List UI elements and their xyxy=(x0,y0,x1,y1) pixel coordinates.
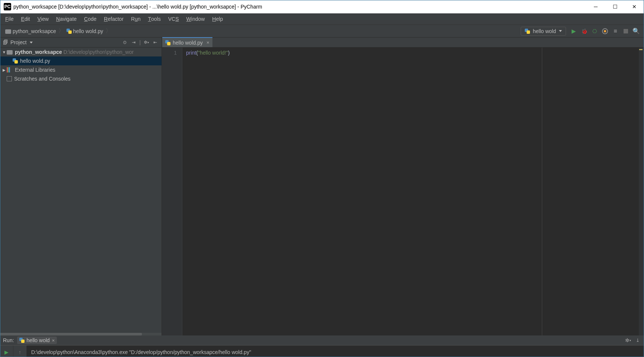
run-settings-button[interactable]: ✲▾ xyxy=(625,337,631,344)
folder-icon xyxy=(5,29,11,34)
sidebar-scrollbar[interactable] xyxy=(0,333,162,335)
chevron-down-icon xyxy=(559,30,562,32)
minimize-button[interactable]: ─ xyxy=(586,0,605,13)
menu-refactor[interactable]: Refactor xyxy=(100,13,127,25)
select-opened-file-button[interactable]: ⇥ xyxy=(130,39,137,46)
up-stack-button[interactable]: ↑ xyxy=(15,347,25,357)
maximize-button[interactable]: ☐ xyxy=(605,0,625,13)
window-title: python_worksapce [D:\develop\python\pyth… xyxy=(13,4,586,10)
breadcrumb-file[interactable]: hello wold.py xyxy=(65,27,105,35)
menu-vcs[interactable]: VCS xyxy=(165,13,183,25)
menu-window[interactable]: Window xyxy=(183,13,209,25)
menu-run[interactable]: Run xyxy=(127,13,144,25)
editor-tab[interactable]: hello wold.py × xyxy=(162,37,212,47)
editor-marker-bar[interactable] xyxy=(639,48,644,335)
hide-button[interactable]: ⇤ xyxy=(152,39,159,46)
breadcrumb-separator-icon: 〉 xyxy=(105,27,111,35)
tree-node-external-libraries[interactable]: ▶ External Libraries xyxy=(0,65,162,74)
menu-edit[interactable]: Edit xyxy=(17,13,34,25)
attach-process-button[interactable] xyxy=(600,26,610,36)
run-config-selector[interactable]: hello wold xyxy=(521,27,566,36)
python-file-icon xyxy=(19,338,25,343)
python-file-icon xyxy=(13,58,18,64)
code-editor[interactable]: 1 print("hello world!") xyxy=(162,48,644,335)
collapse-all-button[interactable]: ⊙ xyxy=(121,39,128,46)
gutter[interactable]: 1 xyxy=(162,48,182,335)
project-tool-title[interactable]: 🗐 Project xyxy=(3,39,33,45)
line-number: 1 xyxy=(162,49,177,56)
pycharm-icon: PC xyxy=(4,3,11,10)
python-file-icon xyxy=(525,29,530,34)
folder-icon xyxy=(7,50,13,55)
search-everywhere-button[interactable]: 🔍 xyxy=(631,26,641,36)
menu-view[interactable]: View xyxy=(34,13,52,25)
run-config-tab[interactable]: hello wold × xyxy=(17,337,57,344)
hide-run-button[interactable]: ⥕ xyxy=(634,337,641,344)
rerun-button[interactable]: ▶ xyxy=(1,347,12,357)
warning-marker-icon[interactable] xyxy=(639,49,643,50)
scratches-icon xyxy=(7,76,12,81)
menu-file[interactable]: File xyxy=(1,13,17,25)
libraries-icon xyxy=(7,67,13,72)
run-coverage-button[interactable]: ⎔ xyxy=(590,26,599,36)
run-tool-label: Run: xyxy=(3,337,14,343)
structure-button[interactable]: ≡ xyxy=(611,26,620,36)
tree-node-project-root[interactable]: ▼ python_worksapce D:\develop\python\pyt… xyxy=(0,48,162,56)
chevron-down-icon xyxy=(30,42,33,43)
python-file-icon xyxy=(66,29,72,34)
menu-tools[interactable]: Tools xyxy=(144,13,165,25)
close-button[interactable]: ✕ xyxy=(625,0,644,13)
stop-button[interactable] xyxy=(621,26,631,36)
menu-navigate[interactable]: Navigate xyxy=(52,13,80,25)
close-run-tab-button[interactable]: × xyxy=(52,338,55,343)
project-icon: 🗐 xyxy=(3,39,8,45)
close-tab-button[interactable]: × xyxy=(206,40,209,45)
breadcrumb-root[interactable]: python_worksapce xyxy=(4,27,58,35)
run-output[interactable]: D:\develop\python\Anaconda3\python.exe "… xyxy=(27,345,644,357)
python-file-icon xyxy=(165,40,170,45)
debug-button[interactable]: 🐞 xyxy=(579,26,589,36)
tree-node-scratches[interactable]: Scratches and Consoles xyxy=(0,74,162,83)
run-button[interactable]: ▶ xyxy=(569,26,579,36)
breadcrumb-separator-icon: 〉 xyxy=(58,27,64,35)
tree-node-file[interactable]: hello wold.py xyxy=(0,56,162,65)
menu-help[interactable]: Help xyxy=(208,13,227,25)
settings-button[interactable]: ✲▾ xyxy=(143,39,150,46)
menu-code[interactable]: Code xyxy=(80,13,100,25)
